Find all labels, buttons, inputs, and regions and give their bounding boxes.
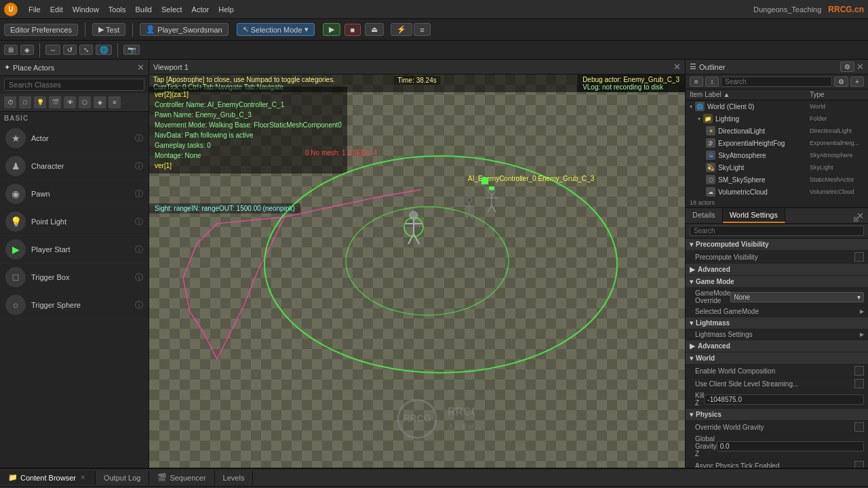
transform-button[interactable]: ↔ xyxy=(45,45,60,55)
input-kill-z[interactable] xyxy=(704,394,864,405)
outliner-item-skyatm[interactable]: 🌤 SkyAtmosphere SkyAtmosphere xyxy=(702,149,868,161)
scale-button[interactable]: ⤡ xyxy=(79,45,93,55)
tab-content-browser[interactable]: 📁 Content Browser ✕ xyxy=(0,470,96,485)
menu-edit[interactable]: Edit xyxy=(46,4,67,15)
test-button[interactable]: ▶ Test xyxy=(92,23,125,36)
section-advanced-1[interactable]: ▶ Advanced xyxy=(686,264,868,276)
viewport-hint-bar: Tap [Apostrophe] to close, use Numpad to… xyxy=(149,75,685,92)
eject-button[interactable]: ⏏ xyxy=(365,23,384,36)
section-precomputed[interactable]: ▾ Precomputed Visibility xyxy=(686,239,868,251)
world-local-button[interactable]: 🌐 xyxy=(96,45,112,55)
actor-info-triggerbox[interactable]: ⓘ xyxy=(135,272,143,283)
actor-type-geometry[interactable]: ⬡ xyxy=(79,96,91,108)
actor-type-visual[interactable]: 👁 xyxy=(64,96,76,108)
details-search-input[interactable] xyxy=(690,226,864,236)
tab-levels[interactable]: Levels xyxy=(215,471,254,485)
row-precompute-vis: Precompute Visibility xyxy=(686,251,868,264)
menu-help[interactable]: Help xyxy=(214,4,238,15)
lm-settings-arrow[interactable]: ▶ xyxy=(860,331,864,338)
toolbar-icon-1[interactable]: ⚡ xyxy=(391,23,412,36)
menu-select[interactable]: Select xyxy=(157,4,186,15)
actor-info-pointlight[interactable]: ⓘ xyxy=(135,216,143,228)
tab-world-settings[interactable]: World Settings xyxy=(723,208,785,223)
grid-snap-button[interactable]: ⊞ xyxy=(4,45,18,55)
section-lightmass[interactable]: ▾ Lightmass xyxy=(686,317,868,329)
input-global-gravity[interactable] xyxy=(717,441,864,451)
section-gamemode[interactable]: ▾ Game Mode xyxy=(686,276,868,288)
actor-item-pointlight[interactable]: 💡 Point Light ⓘ xyxy=(0,208,149,236)
player-button[interactable]: 👤 Player_Swordsman xyxy=(140,23,228,36)
lighting-type: Folder xyxy=(810,115,864,122)
menu-actor[interactable]: Actor xyxy=(188,4,214,15)
actor-info-triggersphere[interactable]: ⓘ xyxy=(135,300,143,311)
actor-type-recent[interactable]: ⏱ xyxy=(4,96,16,108)
tab-output-log[interactable]: Output Log xyxy=(96,471,149,485)
snap-button[interactable]: ◈ xyxy=(20,45,34,55)
actor-item-triggerbox[interactable]: □ Trigger Box ⓘ xyxy=(0,264,149,291)
actor-name-pawn: Pawn xyxy=(31,190,130,198)
editor-prefs-button[interactable]: Editor Preferences xyxy=(4,24,78,36)
viewport-canvas[interactable]: Tap [Apostrophe] to close, use Numpad to… xyxy=(149,75,685,468)
close-content-browser[interactable]: ✕ xyxy=(79,474,87,481)
outliner-search-input[interactable] xyxy=(721,77,832,87)
actor-info-actor[interactable]: ⓘ xyxy=(135,133,143,144)
selected-gm-arrow[interactable]: ▶ xyxy=(860,308,864,314)
tab-details[interactable]: Details xyxy=(686,208,723,223)
outliner-item-lighting[interactable]: ▾ 📁 Lighting Folder xyxy=(694,113,868,125)
checkbox-world-comp[interactable] xyxy=(854,366,864,375)
actor-type-volumes[interactable]: ◈ xyxy=(94,96,106,108)
stop-button[interactable]: ■ xyxy=(344,24,361,36)
viewport-title: Viewport 1 xyxy=(153,63,189,71)
play-button[interactable]: ▶ xyxy=(323,23,340,36)
outliner-options-btn2[interactable]: ⚙ xyxy=(834,77,848,87)
dropdown-gamemode[interactable]: None ▾ xyxy=(730,292,864,302)
menu-build[interactable]: Build xyxy=(132,4,156,15)
outliner-filter-button[interactable]: ≡ xyxy=(690,77,703,87)
expfog-icon: 🌫 xyxy=(706,138,715,148)
search-classes-input[interactable] xyxy=(4,79,144,91)
outliner-item-volcoud[interactable]: ☁ VolumetricCloud VolumetricCloud xyxy=(702,186,868,198)
outliner-sort-button[interactable]: ↕ xyxy=(705,77,719,87)
selection-mode-button[interactable]: ↖ Selection Mode ▾ xyxy=(237,23,315,36)
outliner-item-expfog[interactable]: 🌫 ExponentialHeightFog ExponentialHeig..… xyxy=(702,137,868,149)
camera-button[interactable]: 📷 xyxy=(123,45,140,55)
outliner-item-dirlight[interactable]: ☀ DirectionalLight DirectionalLight xyxy=(702,125,868,137)
checkbox-client-streaming[interactable] xyxy=(854,379,864,388)
menu-window[interactable]: Window xyxy=(68,4,103,15)
actor-type-shapes[interactable]: □ xyxy=(19,96,31,108)
actor-type-all[interactable]: ≡ xyxy=(108,96,121,108)
menu-tools[interactable]: Tools xyxy=(104,4,130,15)
section-physics[interactable]: ▾ Physics xyxy=(686,409,868,421)
menu-file[interactable]: File xyxy=(24,4,45,15)
close-viewport-button[interactable]: ✕ xyxy=(673,62,681,72)
details-view-options[interactable]: ⊞ xyxy=(853,216,859,223)
actor-item-playerstart[interactable]: ▶ Player Start ⓘ xyxy=(0,236,149,264)
outliner-options-button[interactable]: ⚙ xyxy=(840,62,854,72)
checkbox-async-physics[interactable] xyxy=(854,461,864,468)
outliner-item-skysphere[interactable]: ⬡ SM_SkySphere StaticMeshActor xyxy=(702,174,868,186)
actor-type-cinematic[interactable]: 🎬 xyxy=(49,96,61,108)
rotate-button[interactable]: ↺ xyxy=(63,45,77,55)
actor-info-playerstart[interactable]: ⓘ xyxy=(135,244,143,256)
checkbox-override-gravity[interactable] xyxy=(854,422,864,432)
tab-sequencer[interactable]: 🎬 Sequencer xyxy=(149,470,214,485)
checkbox-precompute-vis[interactable] xyxy=(854,252,864,262)
close-panel-button[interactable]: ✕ xyxy=(137,62,144,73)
outliner-item-world[interactable]: ▾ 🌐 World (Client 0) World xyxy=(686,100,868,113)
actor-item-triggersphere[interactable]: ○ Trigger Sphere ⓘ xyxy=(0,291,149,319)
section-world[interactable]: ▾ World xyxy=(686,352,868,365)
actor-info-pawn[interactable]: ⓘ xyxy=(135,188,143,200)
section-advanced-2[interactable]: ▶ Advanced xyxy=(686,340,868,352)
actor-type-lights[interactable]: 💡 xyxy=(34,96,46,108)
section-arrow-adv1: ▶ xyxy=(690,266,695,273)
actor-item-actor[interactable]: ★ Actor ⓘ xyxy=(0,125,149,152)
actor-item-character[interactable]: ♟ Character ⓘ xyxy=(0,152,149,180)
toolbar-icon-2[interactable]: ≡ xyxy=(414,23,430,36)
outliner-item-skylight[interactable]: 💫 SkyLight SkyLight xyxy=(702,161,868,174)
outliner-close-button[interactable]: ✕ xyxy=(856,62,864,72)
actor-info-character[interactable]: ⓘ xyxy=(135,161,143,172)
bottom-tab-bar: 📁 Content Browser ✕ Output Log 🎬 Sequenc… xyxy=(0,469,868,487)
outliner-add-btn[interactable]: + xyxy=(850,77,864,87)
row-kill-z: Kill Z xyxy=(686,390,868,409)
actor-item-pawn[interactable]: ◉ Pawn ⓘ xyxy=(0,180,149,208)
